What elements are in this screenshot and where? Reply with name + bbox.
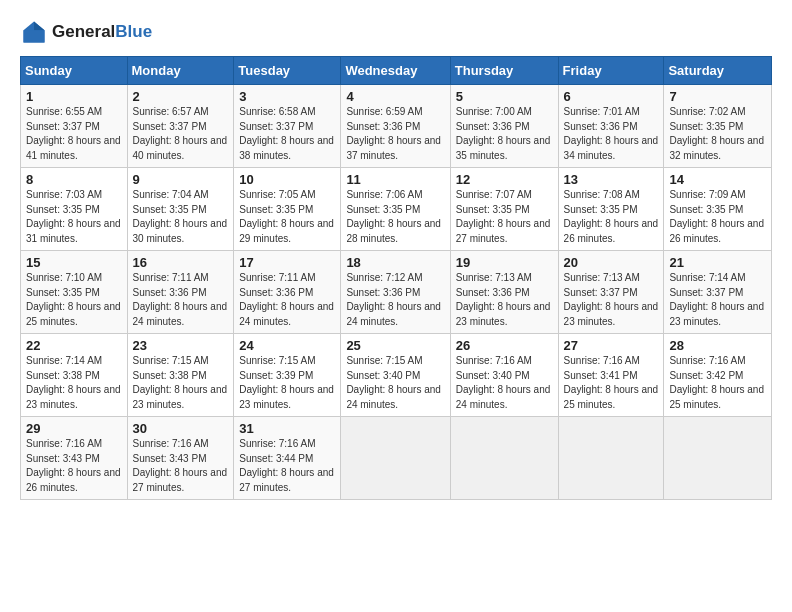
day-info: Sunrise: 7:07 AMSunset: 3:35 PMDaylight:…: [456, 189, 551, 244]
calendar-header-tuesday: Tuesday: [234, 57, 341, 85]
calendar-cell: 29Sunrise: 7:16 AMSunset: 3:43 PMDayligh…: [21, 417, 128, 500]
day-info: Sunrise: 7:14 AMSunset: 3:38 PMDaylight:…: [26, 355, 121, 410]
day-number: 1: [26, 89, 122, 104]
day-number: 3: [239, 89, 335, 104]
day-number: 12: [456, 172, 553, 187]
day-info: Sunrise: 7:08 AMSunset: 3:35 PMDaylight:…: [564, 189, 659, 244]
day-number: 13: [564, 172, 659, 187]
day-info: Sunrise: 7:09 AMSunset: 3:35 PMDaylight:…: [669, 189, 764, 244]
day-number: 23: [133, 338, 229, 353]
calendar-cell: 7Sunrise: 7:02 AMSunset: 3:35 PMDaylight…: [664, 85, 772, 168]
calendar-cell: 6Sunrise: 7:01 AMSunset: 3:36 PMDaylight…: [558, 85, 664, 168]
day-number: 27: [564, 338, 659, 353]
day-info: Sunrise: 7:11 AMSunset: 3:36 PMDaylight:…: [239, 272, 334, 327]
day-number: 14: [669, 172, 766, 187]
calendar-week-4: 22Sunrise: 7:14 AMSunset: 3:38 PMDayligh…: [21, 334, 772, 417]
calendar-cell: 11Sunrise: 7:06 AMSunset: 3:35 PMDayligh…: [341, 168, 450, 251]
calendar-cell: [664, 417, 772, 500]
logo: GeneralBlue: [20, 18, 152, 46]
day-info: Sunrise: 7:15 AMSunset: 3:39 PMDaylight:…: [239, 355, 334, 410]
calendar-cell: 30Sunrise: 7:16 AMSunset: 3:43 PMDayligh…: [127, 417, 234, 500]
day-number: 29: [26, 421, 122, 436]
day-info: Sunrise: 6:59 AMSunset: 3:36 PMDaylight:…: [346, 106, 441, 161]
day-info: Sunrise: 7:16 AMSunset: 3:44 PMDaylight:…: [239, 438, 334, 493]
day-number: 9: [133, 172, 229, 187]
day-info: Sunrise: 7:12 AMSunset: 3:36 PMDaylight:…: [346, 272, 441, 327]
day-info: Sunrise: 7:16 AMSunset: 3:43 PMDaylight:…: [133, 438, 228, 493]
calendar-cell: 20Sunrise: 7:13 AMSunset: 3:37 PMDayligh…: [558, 251, 664, 334]
day-number: 16: [133, 255, 229, 270]
day-info: Sunrise: 7:03 AMSunset: 3:35 PMDaylight:…: [26, 189, 121, 244]
calendar-cell: 22Sunrise: 7:14 AMSunset: 3:38 PMDayligh…: [21, 334, 128, 417]
day-info: Sunrise: 6:58 AMSunset: 3:37 PMDaylight:…: [239, 106, 334, 161]
calendar-cell: 25Sunrise: 7:15 AMSunset: 3:40 PMDayligh…: [341, 334, 450, 417]
calendar-cell: 15Sunrise: 7:10 AMSunset: 3:35 PMDayligh…: [21, 251, 128, 334]
day-info: Sunrise: 7:11 AMSunset: 3:36 PMDaylight:…: [133, 272, 228, 327]
day-number: 6: [564, 89, 659, 104]
calendar-header-friday: Friday: [558, 57, 664, 85]
day-info: Sunrise: 7:16 AMSunset: 3:43 PMDaylight:…: [26, 438, 121, 493]
day-number: 30: [133, 421, 229, 436]
day-info: Sunrise: 7:00 AMSunset: 3:36 PMDaylight:…: [456, 106, 551, 161]
calendar-cell: 2Sunrise: 6:57 AMSunset: 3:37 PMDaylight…: [127, 85, 234, 168]
day-info: Sunrise: 7:06 AMSunset: 3:35 PMDaylight:…: [346, 189, 441, 244]
calendar-header-thursday: Thursday: [450, 57, 558, 85]
day-info: Sunrise: 7:05 AMSunset: 3:35 PMDaylight:…: [239, 189, 334, 244]
calendar-cell: 27Sunrise: 7:16 AMSunset: 3:41 PMDayligh…: [558, 334, 664, 417]
logo-text: GeneralBlue: [52, 23, 152, 42]
day-info: Sunrise: 7:01 AMSunset: 3:36 PMDaylight:…: [564, 106, 659, 161]
day-number: 31: [239, 421, 335, 436]
calendar-header-saturday: Saturday: [664, 57, 772, 85]
calendar-cell: [450, 417, 558, 500]
calendar-cell: 14Sunrise: 7:09 AMSunset: 3:35 PMDayligh…: [664, 168, 772, 251]
calendar-header-monday: Monday: [127, 57, 234, 85]
calendar-week-2: 8Sunrise: 7:03 AMSunset: 3:35 PMDaylight…: [21, 168, 772, 251]
day-number: 19: [456, 255, 553, 270]
calendar-cell: 3Sunrise: 6:58 AMSunset: 3:37 PMDaylight…: [234, 85, 341, 168]
day-number: 18: [346, 255, 444, 270]
calendar-week-1: 1Sunrise: 6:55 AMSunset: 3:37 PMDaylight…: [21, 85, 772, 168]
day-number: 21: [669, 255, 766, 270]
day-number: 10: [239, 172, 335, 187]
logo-general: General: [52, 23, 115, 42]
day-number: 24: [239, 338, 335, 353]
calendar-cell: 17Sunrise: 7:11 AMSunset: 3:36 PMDayligh…: [234, 251, 341, 334]
calendar-cell: [341, 417, 450, 500]
day-number: 28: [669, 338, 766, 353]
calendar-cell: 16Sunrise: 7:11 AMSunset: 3:36 PMDayligh…: [127, 251, 234, 334]
day-number: 8: [26, 172, 122, 187]
calendar-cell: 19Sunrise: 7:13 AMSunset: 3:36 PMDayligh…: [450, 251, 558, 334]
svg-rect-2: [24, 30, 45, 42]
day-number: 7: [669, 89, 766, 104]
calendar-cell: 8Sunrise: 7:03 AMSunset: 3:35 PMDaylight…: [21, 168, 128, 251]
day-info: Sunrise: 7:15 AMSunset: 3:38 PMDaylight:…: [133, 355, 228, 410]
calendar-cell: 1Sunrise: 6:55 AMSunset: 3:37 PMDaylight…: [21, 85, 128, 168]
day-info: Sunrise: 6:55 AMSunset: 3:37 PMDaylight:…: [26, 106, 121, 161]
page: GeneralBlue SundayMondayTuesdayWednesday…: [0, 0, 792, 512]
calendar-cell: 31Sunrise: 7:16 AMSunset: 3:44 PMDayligh…: [234, 417, 341, 500]
day-info: Sunrise: 7:13 AMSunset: 3:37 PMDaylight:…: [564, 272, 659, 327]
calendar-cell: 9Sunrise: 7:04 AMSunset: 3:35 PMDaylight…: [127, 168, 234, 251]
day-info: Sunrise: 7:16 AMSunset: 3:41 PMDaylight:…: [564, 355, 659, 410]
day-number: 25: [346, 338, 444, 353]
calendar-cell: 28Sunrise: 7:16 AMSunset: 3:42 PMDayligh…: [664, 334, 772, 417]
day-info: Sunrise: 6:57 AMSunset: 3:37 PMDaylight:…: [133, 106, 228, 161]
day-number: 2: [133, 89, 229, 104]
logo-blue: Blue: [115, 23, 152, 42]
calendar-cell: [558, 417, 664, 500]
day-info: Sunrise: 7:02 AMSunset: 3:35 PMDaylight:…: [669, 106, 764, 161]
calendar-cell: 18Sunrise: 7:12 AMSunset: 3:36 PMDayligh…: [341, 251, 450, 334]
day-number: 17: [239, 255, 335, 270]
day-number: 22: [26, 338, 122, 353]
day-info: Sunrise: 7:15 AMSunset: 3:40 PMDaylight:…: [346, 355, 441, 410]
calendar-cell: 26Sunrise: 7:16 AMSunset: 3:40 PMDayligh…: [450, 334, 558, 417]
day-number: 5: [456, 89, 553, 104]
day-info: Sunrise: 7:16 AMSunset: 3:42 PMDaylight:…: [669, 355, 764, 410]
day-number: 11: [346, 172, 444, 187]
calendar-cell: 21Sunrise: 7:14 AMSunset: 3:37 PMDayligh…: [664, 251, 772, 334]
svg-marker-1: [34, 22, 45, 31]
header-row: GeneralBlue: [20, 18, 772, 46]
calendar-header-wednesday: Wednesday: [341, 57, 450, 85]
day-info: Sunrise: 7:14 AMSunset: 3:37 PMDaylight:…: [669, 272, 764, 327]
day-info: Sunrise: 7:13 AMSunset: 3:36 PMDaylight:…: [456, 272, 551, 327]
